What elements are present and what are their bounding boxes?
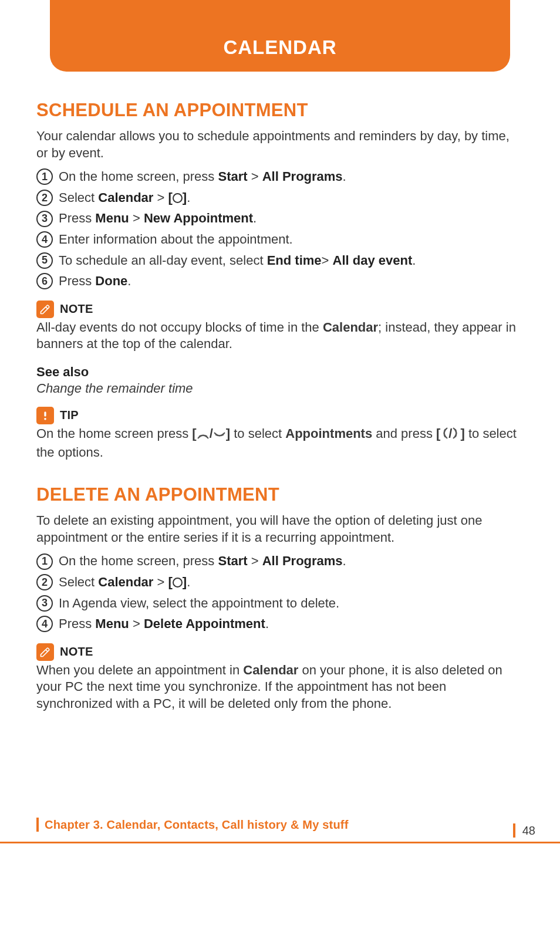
page-title: CALENDAR — [50, 36, 510, 59]
nav-down-icon — [213, 427, 226, 444]
step-number-icon: 5 — [36, 252, 53, 269]
tip-body: On the home screen press [/] to select A… — [36, 426, 524, 461]
page-header: CALENDAR — [50, 0, 510, 72]
step-text: Press Menu > Delete Appointment. — [59, 616, 524, 633]
pencil-icon — [36, 301, 54, 318]
note-callout: NOTE — [36, 301, 524, 318]
tip-label: TIP — [60, 409, 79, 422]
svg-rect-0 — [44, 411, 46, 416]
step-number-icon: 1 — [36, 168, 53, 185]
step-item: 3 In Agenda view, select the appointment… — [36, 595, 524, 612]
svg-point-1 — [44, 418, 46, 420]
nav-left-icon — [440, 427, 448, 444]
step-text: Select Calendar > []. — [59, 190, 524, 207]
see-also-text: Change the remainder time — [36, 381, 524, 396]
page-content: SCHEDULE AN APPOINTMENT Your calendar al… — [0, 72, 560, 712]
note-body: All-day events do not occupy blocks of t… — [36, 319, 524, 353]
nav-right-icon — [452, 427, 460, 444]
page-number: 48 — [513, 823, 535, 838]
step-item: 6 Press Done. — [36, 273, 524, 290]
step-number-icon: 6 — [36, 273, 53, 289]
step-number-icon: 3 — [36, 211, 53, 227]
step-item: 2 Select Calendar > []. — [36, 574, 524, 591]
step-text: Press Menu > New Appointment. — [59, 210, 524, 227]
note-label: NOTE — [60, 302, 93, 316]
step-text: Press Done. — [59, 273, 524, 290]
step-text: On the home screen, press Start > All Pr… — [59, 168, 524, 185]
step-number-icon: 4 — [36, 616, 53, 632]
section-intro: Your calendar allows you to schedule app… — [36, 128, 524, 161]
see-also-label: See also — [36, 364, 524, 380]
step-number-icon: 1 — [36, 553, 53, 570]
step-number-icon: 2 — [36, 190, 53, 206]
step-item: 2 Select Calendar > []. — [36, 190, 524, 207]
step-number-icon: 3 — [36, 595, 53, 612]
step-item: 4 Enter information about the appointmen… — [36, 231, 524, 248]
step-number-icon: 2 — [36, 574, 53, 590]
ok-button-icon — [173, 578, 183, 588]
step-text: Enter information about the appointment. — [59, 231, 524, 248]
step-text: Select Calendar > []. — [59, 574, 524, 591]
chapter-label: Chapter 3. Calendar, Contacts, Call hist… — [36, 818, 349, 832]
step-item: 4 Press Menu > Delete Appointment. — [36, 616, 524, 633]
ok-button-icon — [173, 193, 183, 203]
step-text: In Agenda view, select the appointment t… — [59, 595, 524, 612]
section-title-schedule: SCHEDULE AN APPOINTMENT — [36, 100, 524, 121]
pencil-icon — [36, 643, 54, 661]
note-callout: NOTE — [36, 643, 524, 661]
step-item: 3 Press Menu > New Appointment. — [36, 210, 524, 227]
exclaim-icon — [36, 407, 54, 424]
step-text: On the home screen, press Start > All Pr… — [59, 553, 524, 570]
note-body: When you delete an appointment in Calend… — [36, 662, 524, 713]
steps-list-delete: 1 On the home screen, press Start > All … — [36, 553, 524, 632]
note-label: NOTE — [60, 645, 93, 659]
step-item: 5 To schedule an all-day event, select E… — [36, 252, 524, 269]
step-item: 1 On the home screen, press Start > All … — [36, 553, 524, 570]
step-item: 1 On the home screen, press Start > All … — [36, 168, 524, 185]
steps-list-schedule: 1 On the home screen, press Start > All … — [36, 168, 524, 290]
tip-callout: TIP — [36, 407, 524, 424]
footer-divider — [0, 842, 560, 843]
step-number-icon: 4 — [36, 231, 53, 248]
step-text: To schedule an all-day event, select End… — [59, 252, 524, 269]
section-intro: To delete an existing appointment, you w… — [36, 512, 524, 546]
page-footer: Chapter 3. Calendar, Contacts, Call hist… — [0, 818, 560, 843]
section-title-delete: DELETE AN APPOINTMENT — [36, 484, 524, 505]
nav-up-icon — [197, 427, 210, 444]
